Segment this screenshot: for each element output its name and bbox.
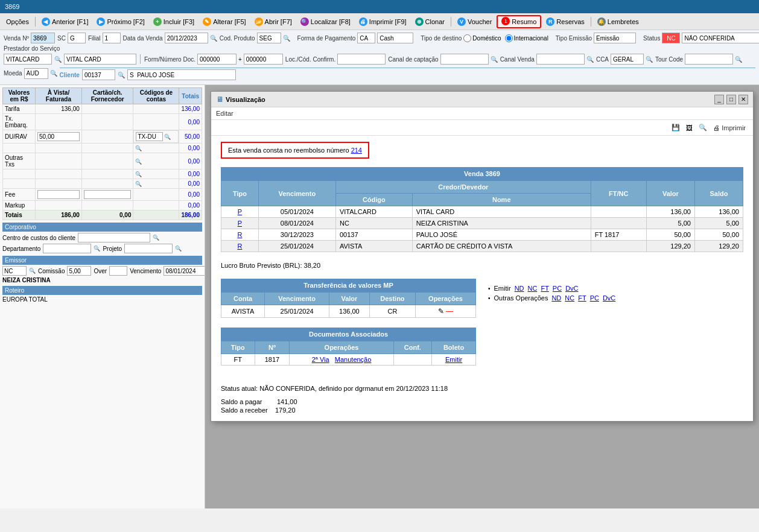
emit-nd-link[interactable]: ND — [515, 285, 524, 292]
modal-maximize-btn[interactable]: □ — [726, 95, 736, 104]
print-tool-btn[interactable]: 🖨 Imprimir — [713, 124, 746, 131]
cod-produto-input[interactable] — [257, 33, 281, 43]
manutencao-link[interactable]: Manutenção — [335, 356, 372, 363]
delete-transfer-icon[interactable]: — — [446, 307, 453, 315]
cliente-name[interactable] — [127, 69, 236, 80]
emit-dvc-link[interactable]: DvC — [565, 285, 578, 292]
tipo-link[interactable]: R — [237, 242, 242, 250]
emissor-code-input[interactable] — [2, 266, 27, 276]
tour-code-search-icon[interactable]: 🔍 — [735, 56, 742, 63]
venda-input[interactable] — [31, 33, 55, 43]
cliente-code[interactable] — [82, 69, 115, 80]
emissor-search-icon[interactable]: 🔍 — [29, 268, 36, 274]
modal-minimize-btn[interactable]: _ — [714, 95, 724, 104]
emitir-boleto-link[interactable]: Emitir — [445, 356, 462, 363]
col-cartao: Cartão/ch. Fornecedor — [81, 88, 133, 104]
prestador-search-icon[interactable]: 🔍 — [54, 56, 62, 63]
voucher-btn[interactable]: V Voucher — [454, 16, 495, 27]
tipo-link[interactable]: R — [237, 231, 242, 238]
clonar-btn[interactable]: ⊕ Clonar — [411, 16, 448, 27]
cell-codigo: NC — [335, 218, 412, 229]
abrir-btn[interactable]: 📂 Abrir [F7] — [251, 16, 296, 27]
canal-venda-search-icon[interactable]: 🔍 — [586, 56, 594, 63]
outras-ft-link[interactable]: FT — [578, 294, 586, 302]
reservas-btn[interactable]: R Reservas — [542, 16, 588, 27]
opcoes-menu[interactable]: Opções — [2, 17, 33, 27]
tipo-link[interactable]: P — [238, 220, 242, 227]
loc-cod-input[interactable] — [337, 54, 386, 65]
projeto-input[interactable] — [124, 244, 173, 253]
emit-pc-link[interactable]: PC — [553, 285, 562, 292]
alert-number-link[interactable]: 214 — [351, 147, 362, 154]
outras-nc-link[interactable]: NC — [565, 294, 574, 302]
fee-input[interactable] — [37, 190, 80, 199]
form-num-input2[interactable] — [244, 54, 283, 65]
cca-input[interactable] — [611, 54, 644, 65]
vencimento-input[interactable] — [164, 266, 205, 276]
modal-close-btn[interactable]: ✕ — [738, 95, 748, 104]
emit-ft-link[interactable]: FT — [541, 285, 548, 292]
tipo-emissao-input[interactable] — [594, 33, 636, 43]
search-tool-btn[interactable]: 🔍 — [699, 124, 707, 131]
tour-code-input[interactable] — [685, 54, 733, 65]
row-avista — [36, 179, 82, 189]
search-icon[interactable]: 🔍 — [135, 171, 142, 177]
tipo-link[interactable]: P — [238, 208, 242, 215]
save-tool-btn[interactable]: 💾 — [672, 124, 680, 131]
edit-transfer-icon[interactable]: ✎ — [438, 307, 444, 315]
dept-search-icon[interactable]: 🔍 — [94, 245, 100, 252]
status-value[interactable] — [682, 33, 759, 43]
row-cartao — [81, 104, 133, 114]
search-icon[interactable]: 🔍 — [135, 145, 142, 151]
imprimir-btn[interactable]: 🖨 Imprimir [F9] — [355, 16, 410, 27]
alterar-btn[interactable]: ✎ Alterar [F5] — [199, 16, 249, 27]
departamento-input[interactable] — [43, 244, 91, 253]
canal-venda-input[interactable] — [536, 54, 585, 65]
proximo-btn[interactable]: ▶ Próximo [F2] — [93, 16, 148, 27]
data-venda-search-icon[interactable]: 🔍 — [210, 35, 217, 42]
centro-custos-search-icon[interactable]: 🔍 — [153, 235, 159, 241]
incluir-btn[interactable]: + Incluir [F3] — [150, 16, 198, 27]
sc-input[interactable] — [68, 33, 86, 43]
segunda-via-link[interactable]: 2ª Via — [312, 356, 329, 363]
durav-code[interactable] — [136, 132, 163, 141]
prestador-code[interactable] — [4, 54, 52, 65]
cod-produto-search-icon[interactable]: 🔍 — [283, 35, 290, 42]
editar-menu-item[interactable]: Editar — [216, 110, 233, 117]
data-venda-input[interactable] — [165, 33, 208, 43]
over-input[interactable] — [109, 266, 127, 276]
outras-nd-link[interactable]: ND — [551, 294, 561, 302]
moeda-input[interactable] — [24, 68, 48, 79]
img-tool-btn[interactable]: 🖼 — [686, 124, 693, 131]
domestico-radio[interactable]: Doméstico — [463, 34, 501, 42]
forma-pgto-value[interactable] — [377, 33, 413, 43]
prestador-name[interactable] — [64, 54, 136, 65]
forma-pgto-code[interactable] — [357, 33, 375, 43]
cca-search-icon[interactable]: 🔍 — [646, 56, 653, 63]
status-code[interactable] — [662, 33, 680, 43]
form-num-input1[interactable] — [197, 54, 237, 65]
canal-captacao-input[interactable] — [440, 54, 489, 65]
search-icon[interactable]: 🔍 — [135, 181, 142, 187]
durav-input[interactable] — [37, 132, 80, 141]
canal-captacao-search-icon[interactable]: 🔍 — [491, 56, 498, 63]
fee-cartao[interactable] — [84, 190, 132, 199]
anterior-btn[interactable]: ◀ Anterior [F1] — [38, 16, 92, 27]
durav-search-icon[interactable]: 🔍 — [164, 134, 171, 140]
localizar-btn[interactable]: 🔍 Localizar [F8] — [297, 16, 354, 27]
centro-custos-input[interactable] — [78, 233, 150, 242]
projeto-search-icon[interactable]: 🔍 — [175, 245, 182, 252]
internacional-radio[interactable]: Internacional — [505, 34, 548, 42]
modal-titlebar: 🖥 Visualização _ □ ✕ — [211, 92, 753, 107]
moeda-search-icon[interactable]: 🔍 — [50, 70, 57, 77]
search-icon[interactable]: 🔍 — [135, 159, 142, 165]
outras-dvc-link[interactable]: DvC — [603, 294, 615, 302]
lembretes-btn[interactable]: 🔔 Lembretes — [594, 16, 643, 27]
outras-pc-link[interactable]: PC — [590, 294, 599, 302]
emit-nc-link[interactable]: NC — [528, 285, 538, 292]
comissao-input[interactable] — [67, 266, 91, 276]
resumo-btn[interactable]: 1 Resumo — [497, 15, 541, 28]
cliente-search-icon[interactable]: 🔍 — [118, 72, 125, 78]
filial-input[interactable] — [103, 33, 121, 43]
th-venc: Vencimento — [265, 293, 329, 305]
